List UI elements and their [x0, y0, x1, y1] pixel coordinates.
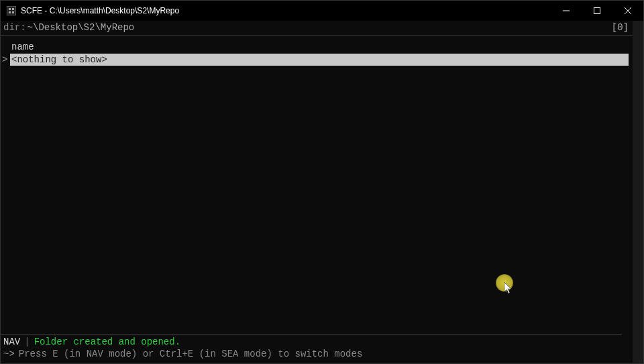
dir-path: ~\Desktop\S2\MyRepo: [28, 22, 135, 33]
file-list: name > <nothing to show>: [1, 36, 633, 66]
main-area: dir: ~\Desktop\S2\MyRepo [0] name > <not…: [1, 21, 643, 363]
titlebar: SCFE - C:\Users\matth\Desktop\S2\MyRepo: [1, 1, 643, 21]
close-button[interactable]: [612, 1, 643, 21]
app-icon: [6, 5, 17, 16]
dir-label: dir:: [3, 22, 26, 33]
dir-line: dir: ~\Desktop\S2\MyRepo [0]: [1, 21, 633, 36]
hint-text: Press E (in NAV mode) or Ctrl+E (in SEA …: [19, 349, 362, 359]
window-title: SCFE - C:\Users\matth\Desktop\S2\MyRepo: [21, 6, 179, 15]
column-header-name: name: [1, 40, 633, 54]
minimize-button[interactable]: [551, 1, 582, 21]
svg-rect-6: [594, 8, 600, 14]
item-counter: [0]: [612, 22, 630, 33]
list-row-selected[interactable]: > <nothing to show>: [1, 54, 633, 66]
empty-placeholder: <nothing to show>: [10, 54, 629, 66]
svg-rect-2: [12, 8, 14, 10]
status-message: Folder created and opened.: [34, 337, 180, 347]
maximize-button[interactable]: [582, 1, 612, 21]
svg-rect-1: [9, 8, 11, 10]
status-separator: |: [24, 337, 30, 347]
prompt-symbol: ~>: [3, 349, 15, 359]
svg-rect-0: [7, 6, 16, 15]
svg-rect-4: [12, 11, 14, 13]
scrollbar[interactable]: [633, 21, 643, 363]
status-bar: NAV | Folder created and opened. ~> Pres…: [1, 335, 622, 363]
mode-indicator: NAV: [3, 337, 20, 347]
window-controls: [551, 1, 643, 21]
svg-rect-3: [9, 11, 11, 13]
selection-caret: >: [1, 54, 10, 66]
